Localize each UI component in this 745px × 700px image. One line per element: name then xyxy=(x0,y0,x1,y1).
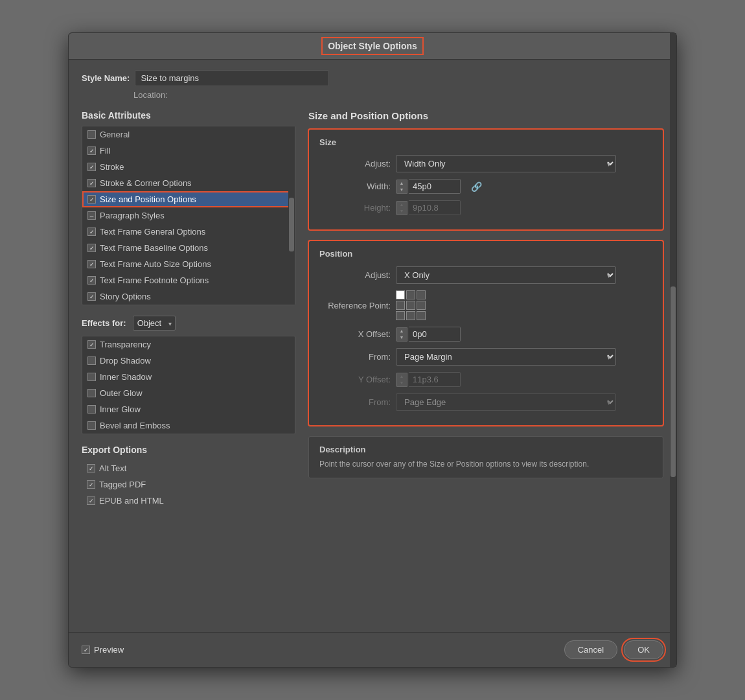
list-item-epub-html[interactable]: EPUB and HTML xyxy=(82,493,295,509)
checkbox-story-options[interactable] xyxy=(87,292,96,301)
list-item-tagged-pdf[interactable]: Tagged PDF xyxy=(82,476,295,493)
checkbox-tf-baseline[interactable] xyxy=(87,244,96,252)
effects-list-container: Transparency Drop Shadow Inner Shadow xyxy=(82,336,295,434)
checkbox-tf-general[interactable] xyxy=(87,228,96,236)
checkbox-size-position[interactable] xyxy=(87,195,96,204)
size-height-down[interactable]: ▼ xyxy=(396,208,407,215)
checkbox-fill[interactable] xyxy=(87,146,96,155)
description-title: Description xyxy=(319,445,652,454)
effects-label: Effects for: xyxy=(82,318,126,328)
list-item-label-inner-shadow: Inner Shadow xyxy=(100,372,152,382)
export-options-title: Export Options xyxy=(82,445,295,455)
list-item-stroke-corner[interactable]: Stroke & Corner Options xyxy=(82,175,295,191)
position-from-row: From: Page Margin Page Edge Margins Blee… xyxy=(319,348,652,366)
list-item-drop-shadow[interactable]: Drop Shadow xyxy=(82,353,295,369)
size-adjust-select-wrapper: Width Only Height Only Width and Height xyxy=(396,155,616,172)
checkbox-bevel-emboss[interactable] xyxy=(87,421,96,430)
list-item-general[interactable]: General xyxy=(82,126,295,143)
size-width-input[interactable] xyxy=(409,179,461,194)
size-height-spinner: ▲ ▼ xyxy=(396,200,461,215)
effects-for-select[interactable]: Object Fill Stroke Text xyxy=(133,316,176,331)
list-item-alt-text[interactable]: Alt Text xyxy=(82,460,295,476)
style-name-input[interactable] xyxy=(135,70,329,86)
list-item-inner-glow[interactable]: Inner Glow xyxy=(82,401,295,417)
list-item-story-options[interactable]: Story Options xyxy=(82,288,295,305)
list-item-label-size-position: Size and Position Options xyxy=(100,194,196,204)
list-item-paragraph-styles[interactable]: Paragraph Styles xyxy=(82,207,295,224)
list-item-size-position[interactable]: Size and Position Options xyxy=(82,191,295,207)
x-offset-input[interactable] xyxy=(409,327,461,342)
size-width-spinner-buttons: ▲ ▼ xyxy=(396,180,407,194)
list-item-tf-baseline[interactable]: Text Frame Baseline Options xyxy=(82,240,295,256)
size-adjust-select[interactable]: Width Only Height Only Width and Height xyxy=(396,155,616,172)
list-item-transparency[interactable]: Transparency xyxy=(82,336,295,353)
size-height-input[interactable] xyxy=(409,200,461,215)
checkbox-general[interactable] xyxy=(87,130,96,139)
style-name-label: Style Name: xyxy=(82,73,130,83)
checkbox-preview[interactable] xyxy=(82,646,90,654)
ref-point-bl[interactable] xyxy=(396,311,405,320)
list-item-tf-footnote[interactable]: Text Frame Footnote Options xyxy=(82,272,295,288)
position-group-title: Position xyxy=(319,249,652,259)
effects-scroll[interactable]: Transparency Drop Shadow Inner Shadow xyxy=(82,336,295,434)
x-offset-up[interactable]: ▲ xyxy=(396,328,407,334)
y-offset-down[interactable]: ▼ xyxy=(396,380,407,386)
size-height-up[interactable]: ▲ xyxy=(396,202,407,208)
size-width-up[interactable]: ▲ xyxy=(396,180,407,187)
cancel-button[interactable]: Cancel xyxy=(564,640,617,659)
y-offset-input[interactable] xyxy=(409,372,461,387)
reference-point-label: Reference Point: xyxy=(319,301,391,310)
checkbox-stroke-corner[interactable] xyxy=(87,179,96,187)
basic-attributes-scroll[interactable]: General Fill Stroke Stroke & Corner xyxy=(82,126,295,305)
checkbox-tf-autosize[interactable] xyxy=(87,260,96,268)
dialog-title: Object Style Options xyxy=(324,40,421,52)
list-item-inner-shadow[interactable]: Inner Shadow xyxy=(82,369,295,385)
ref-point-tr[interactable] xyxy=(417,290,426,299)
ref-point-br[interactable] xyxy=(417,311,426,320)
list-item-tf-autosize[interactable]: Text Frame Auto Size Options xyxy=(82,256,295,272)
checkbox-drop-shadow[interactable] xyxy=(87,356,96,365)
checkbox-epub-html[interactable] xyxy=(87,496,95,505)
list-scrollbar[interactable] xyxy=(288,126,295,305)
ref-point-tc[interactable] xyxy=(406,290,415,299)
main-content: Basic Attributes General Fill xyxy=(82,110,663,515)
checkbox-alt-text[interactable] xyxy=(87,464,95,472)
list-item-label-outer-glow: Outer Glow xyxy=(100,388,143,398)
list-item-tf-general[interactable]: Text Frame General Options xyxy=(82,224,295,240)
ref-point-bc[interactable] xyxy=(406,311,415,320)
x-offset-down[interactable]: ▼ xyxy=(396,334,407,341)
list-item-bevel-emboss[interactable]: Bevel and Emboss xyxy=(82,417,295,434)
ref-point-mr[interactable] xyxy=(417,301,426,310)
position-adjust-select[interactable]: X Only Y Only X and Y xyxy=(396,266,616,284)
checkbox-outer-glow[interactable] xyxy=(87,389,96,397)
bottom-bar: Preview Cancel OK xyxy=(69,632,676,667)
list-item-fill[interactable]: Fill xyxy=(82,143,295,159)
ref-point-mc[interactable] xyxy=(406,301,415,310)
checkbox-transparency[interactable] xyxy=(87,340,96,349)
position-y-from-select[interactable]: Page Edge Page Margin Margins Bleed xyxy=(396,393,616,411)
size-width-down[interactable]: ▼ xyxy=(396,187,407,193)
list-item-label-tf-footnote: Text Frame Footnote Options xyxy=(100,275,209,285)
checkbox-stroke[interactable] xyxy=(87,163,96,171)
list-item-stroke[interactable]: Stroke xyxy=(82,159,295,175)
checkbox-paragraph-styles[interactable] xyxy=(87,211,96,220)
list-item-label-story-options: Story Options xyxy=(100,292,151,301)
y-offset-up[interactable]: ▲ xyxy=(396,373,407,380)
checkbox-inner-shadow[interactable] xyxy=(87,373,96,381)
ok-button[interactable]: OK xyxy=(624,640,663,659)
list-item-outer-glow[interactable]: Outer Glow xyxy=(82,385,295,401)
checkbox-tf-footnote[interactable] xyxy=(87,276,96,285)
checkbox-inner-glow[interactable] xyxy=(87,405,96,414)
position-y-from-label: From: xyxy=(319,397,391,407)
description-text: Point the cursor over any of the Size or… xyxy=(319,458,652,470)
ref-point-ml[interactable] xyxy=(396,301,405,310)
position-group: Position Adjust: X Only Y Only X and Y xyxy=(308,240,663,426)
size-adjust-row: Adjust: Width Only Height Only Width and… xyxy=(319,155,652,172)
list-item-label-drop-shadow: Drop Shadow xyxy=(100,356,151,366)
list-item-label-paragraph-styles: Paragraph Styles xyxy=(100,211,165,220)
ref-point-tl[interactable] xyxy=(396,290,405,299)
position-from-select[interactable]: Page Margin Page Edge Margins Bleed xyxy=(396,348,616,366)
y-offset-spinner: ▲ ▼ xyxy=(396,372,461,387)
checkbox-tagged-pdf[interactable] xyxy=(87,480,95,489)
location-label: Location: xyxy=(133,90,168,100)
